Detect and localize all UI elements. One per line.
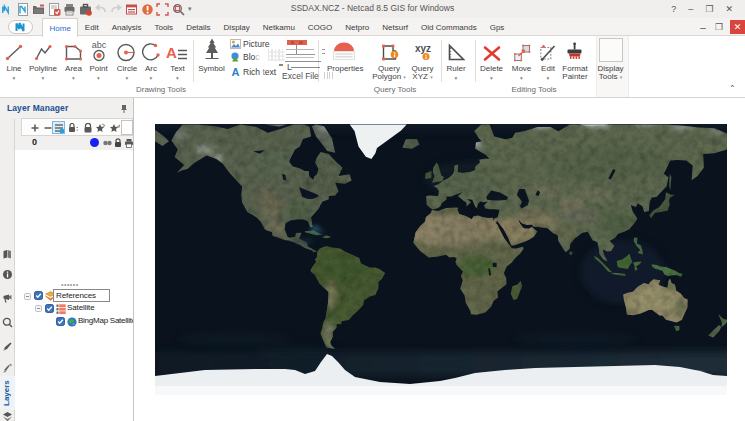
- svg-text:A: A: [166, 44, 177, 61]
- svg-text:A: A: [232, 67, 240, 77]
- svg-text:xyz: xyz: [414, 43, 430, 54]
- svg-text:abc: abc: [91, 41, 106, 50]
